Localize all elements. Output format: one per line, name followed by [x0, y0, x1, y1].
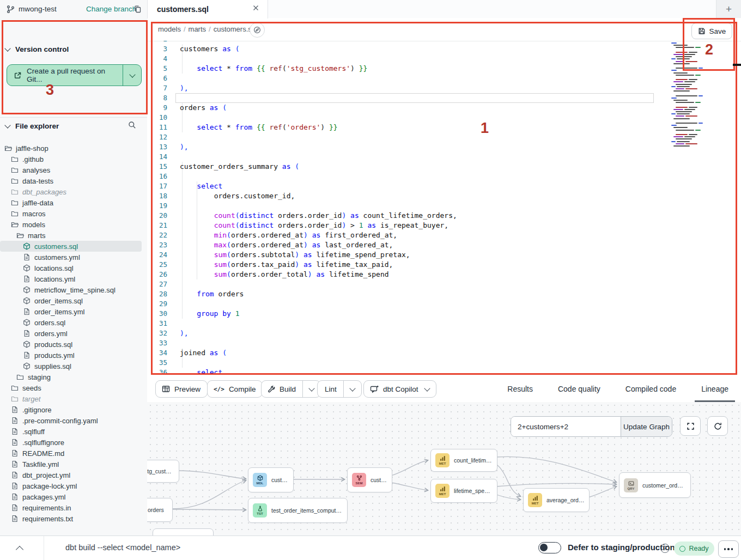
file-tree-item-marts[interactable]: marts: [0, 230, 147, 241]
update-graph-button[interactable]: Update Graph: [621, 417, 672, 436]
file-tree-item-dbt-packages[interactable]: dbt_packages: [0, 186, 147, 197]
panel-tab-compiled-code[interactable]: Compiled code: [625, 376, 676, 402]
file-tree-item--gitignore[interactable]: .gitignore: [0, 404, 147, 415]
lineage-selector-input[interactable]: [511, 417, 621, 436]
file-tree-item-requirements-in[interactable]: requirements.in: [0, 502, 147, 513]
code-line-26[interactable]: 26 sum(orders.order_total) as lifetime_s…: [147, 270, 741, 279]
compile-button[interactable]: </> Compile: [207, 380, 263, 398]
code-line-19[interactable]: 19: [147, 201, 741, 211]
file-tree-item--pre-commit-config-yaml[interactable]: .pre-commit-config.yaml: [0, 415, 147, 426]
panel-tab-lineage[interactable]: Lineage: [701, 376, 728, 402]
file-tree-item-products-yml[interactable]: products.yml: [0, 350, 147, 361]
file-tree-item-package-lock-yml[interactable]: package-lock.yml: [0, 480, 147, 491]
code-line-22[interactable]: 22 min(orders.ordered_at) as first_order…: [147, 230, 741, 240]
code-line-29[interactable]: 29: [147, 299, 741, 309]
file-tree-item-metricflow-time-spine-sql[interactable]: metricflow_time_spine.sql: [0, 284, 147, 295]
code-line-25[interactable]: 25 sum(orders.tax_paid) as lifetime_tax_…: [147, 260, 741, 270]
lineage-node-orders[interactable]: MDLorders: [147, 498, 173, 522]
compass-icon[interactable]: [250, 22, 265, 38]
lineage-node-count-lifetime-orders[interactable]: METcount_lifetime_orders: [430, 449, 497, 472]
refresh-icon[interactable]: [707, 416, 728, 436]
lineage-node-lifetime-spend-pretax[interactable]: METlifetime_spend_pretax: [430, 479, 497, 503]
lint-dropdown[interactable]: [343, 381, 361, 397]
file-tree-item-products-sql[interactable]: products.sql: [0, 339, 147, 350]
fullscreen-icon[interactable]: [680, 416, 701, 436]
file-tree-item-analyses[interactable]: analyses: [0, 165, 147, 175]
new-tab-button[interactable]: +: [726, 4, 732, 14]
code-line-24[interactable]: 24 sum(orders.subtotal) as lifetime_spen…: [147, 250, 741, 260]
command-input[interactable]: dbt build --select <model_name>: [65, 543, 180, 552]
tab-customers-sql[interactable]: customers.sql: [147, 0, 268, 19]
file-tree-item-jaffle-data[interactable]: jaffle-data: [0, 197, 147, 208]
lineage-node-average-order-value[interactable]: METaverage_order_value: [523, 488, 590, 512]
file-tree-item-staging[interactable]: staging: [0, 372, 147, 382]
file-tree-item-seeds[interactable]: seeds: [0, 382, 147, 393]
code-line-23[interactable]: 23 max(orders.ordered_at) as last_ordere…: [147, 240, 741, 250]
code-line-10[interactable]: 10: [147, 113, 741, 123]
code-line-4[interactable]: 4: [147, 54, 741, 64]
file-tree-item-supplies-sql[interactable]: supplies.sql: [0, 361, 147, 372]
code-line-7[interactable]: 7),: [147, 83, 741, 93]
file-tree-item-orders-yml[interactable]: orders.yml: [0, 328, 147, 339]
code-line-17[interactable]: 17 select: [147, 181, 741, 191]
build-button[interactable]: Build: [261, 380, 321, 398]
file-tree-item-dbt-project-yml[interactable]: dbt_project.yml: [0, 470, 147, 480]
tab-close-icon[interactable]: [253, 5, 259, 11]
code-line-33[interactable]: 33: [147, 338, 741, 348]
code-line-30[interactable]: 30 group by 1: [147, 309, 741, 319]
file-tree-item-customers-yml[interactable]: customers.yml: [0, 252, 147, 263]
code-line-14[interactable]: 14: [147, 152, 741, 162]
breadcrumb-item[interactable]: marts: [189, 25, 206, 33]
lineage-node-customer-order-metrics[interactable]: QRYcustomer_order_metrics: [619, 472, 691, 498]
pr-button-dropdown[interactable]: [123, 65, 141, 86]
code-line-21[interactable]: 21 count(distinct orders.order_id) > 1 a…: [147, 221, 741, 230]
file-tree-item--github[interactable]: .github: [0, 154, 147, 165]
code-editor[interactable]: 23customers as (45 select * from {{ ref(…: [147, 41, 741, 376]
file-tree-item-jaffle-shop[interactable]: jaffle-shop: [0, 143, 147, 154]
file-tree-item-models[interactable]: models: [0, 219, 147, 230]
lineage-node-customers[interactable]: SEMcustomers: [347, 467, 392, 492]
lineage-node-stg-customers[interactable]: MDLstg_customers: [147, 460, 179, 483]
file-tree-item-taskfile-yml[interactable]: Taskfile.yml: [0, 459, 147, 470]
save-button[interactable]: Save: [691, 23, 732, 39]
file-explorer-header[interactable]: File explorer: [5, 122, 142, 130]
file-tree-item-macros[interactable]: macros: [0, 208, 147, 219]
lineage-node-partial[interactable]: [153, 528, 214, 535]
code-line-35[interactable]: 35: [147, 358, 741, 368]
lint-button[interactable]: Lint: [317, 380, 362, 398]
file-tree-item-target[interactable]: target: [0, 393, 147, 404]
code-line-31[interactable]: 31: [147, 319, 741, 328]
code-line-8[interactable]: 8: [147, 93, 741, 103]
file-tree-item-packages-yml[interactable]: packages.yml: [0, 491, 147, 502]
breadcrumb-item[interactable]: models: [158, 25, 181, 33]
lineage-node-test-order-items-compute-to-bools-[interactable]: TSTtest_order_items_compute_to_bools...: [248, 498, 348, 523]
change-branch-link[interactable]: Change branch: [86, 0, 136, 18]
code-line-32[interactable]: 32),: [147, 328, 741, 338]
file-tree-item-customers-sql[interactable]: customers.sql: [0, 241, 142, 252]
code-line-3[interactable]: 3customers as (: [147, 44, 741, 54]
search-icon[interactable]: [128, 121, 136, 129]
file-tree-item-locations-sql[interactable]: locations.sql: [0, 263, 147, 273]
more-options-button[interactable]: [718, 540, 739, 558]
panel-tab-results[interactable]: Results: [507, 376, 533, 402]
lineage-node-customers[interactable]: MDLcustomers: [248, 467, 294, 492]
code-line-16[interactable]: 16: [147, 172, 741, 181]
help-icon[interactable]: ?: [660, 544, 670, 553]
code-line-27[interactable]: 27: [147, 279, 741, 289]
code-line-15[interactable]: 15customer_orders_summary as (: [147, 162, 741, 172]
chevron-up-icon[interactable]: [16, 546, 23, 553]
file-tree-item--sqlfluff[interactable]: .sqlfluff: [0, 426, 147, 437]
code-line-34[interactable]: 34joined as (: [147, 348, 741, 358]
file-tree-item-readme-md[interactable]: README.md: [0, 448, 147, 459]
version-control-header[interactable]: Version control: [5, 45, 69, 53]
code-line-11[interactable]: 11 select * from {{ ref('orders') }}: [147, 123, 741, 132]
file-tree-item-locations-yml[interactable]: locations.yml: [0, 273, 147, 284]
file-tree-item-order-items-sql[interactable]: order_items.sql: [0, 295, 147, 306]
code-line-18[interactable]: 18 orders.customer_id,: [147, 191, 741, 201]
pr-button-main[interactable]: Create a pull request on Git...: [7, 65, 123, 86]
code-line-12[interactable]: 12: [147, 132, 741, 142]
dbt-copilot-button[interactable]: dbt Copilot: [363, 380, 436, 398]
file-tree-item-data-tests[interactable]: data-tests: [0, 175, 147, 186]
file-tree-item-order-items-yml[interactable]: order_items.yml: [0, 306, 147, 317]
code-line-36[interactable]: 36 select: [147, 368, 741, 376]
